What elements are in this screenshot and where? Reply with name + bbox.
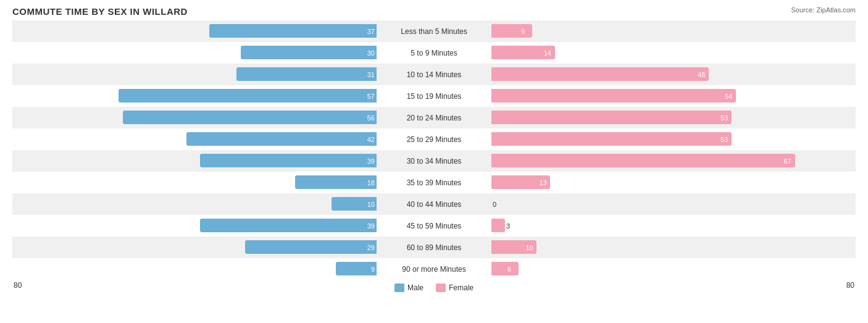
table-row: 575415 to 19 Minutes [12,85,856,107]
table-row: 425325 to 29 Minutes [12,128,856,150]
bar-female [491,111,732,124]
table-row: 379Less than 5 Minutes [12,20,856,42]
row-center-label: 90 or more Minutes [377,265,491,274]
bar-male [200,219,377,232]
bar-male [236,67,377,81]
table-row: 30145 to 9 Minutes [12,42,856,64]
legend-male-box [394,283,404,292]
legend: Male Female [394,283,474,292]
legend-female-box [436,283,446,292]
row-center-label: 20 to 24 Minutes [377,114,491,122]
bar-female-label: 48 [698,71,705,78]
bar-female [491,219,505,232]
bar-male [186,132,377,146]
legend-male-label: Male [407,283,424,292]
source-text: Source: ZipAtlas.com [791,6,856,14]
legend-male: Male [394,283,424,292]
row-center-label: 15 to 19 Minutes [377,92,491,101]
bar-female [491,24,532,38]
legend-female-label: Female [449,283,474,292]
table-row: 291060 to 89 Minutes [12,237,856,258]
axis-left-label: 80 [14,281,22,292]
table-row: 314810 to 14 Minutes [12,64,856,85]
bar-male-label: 18 [367,179,375,187]
bar-male-label: 9 [371,266,375,273]
bar-male [200,154,377,167]
bar-female-label: 0 [493,201,496,208]
row-center-label: 30 to 34 Minutes [377,157,491,166]
bar-male-label: 39 [367,222,375,230]
bar-male-label: 37 [367,28,375,35]
chart-container: COMMUTE TIME BY SEX IN WILLARD Source: Z… [0,0,868,323]
chart-title: COMMUTE TIME BY SEX IN WILLARD [12,6,856,17]
bar-male-label: 56 [367,114,375,122]
bar-female-label: 14 [544,49,551,57]
bar-male-label: 30 [367,49,375,57]
bar-female-label: 10 [525,244,533,251]
bar-female-label: 67 [784,157,791,165]
bar-female [491,154,795,167]
table-row: 396730 to 34 Minutes [12,150,856,172]
row-center-label: 5 to 9 Minutes [377,49,491,57]
axis-right-label: 80 [846,281,854,292]
table-row: 39345 to 59 Minutes [12,215,856,237]
row-center-label: Less than 5 Minutes [377,27,491,36]
bar-female [491,132,732,146]
bar-female-label: 13 [539,179,546,187]
bar-female-label: 3 [506,222,510,230]
bar-male [209,24,377,38]
row-center-label: 40 to 44 Minutes [377,200,491,209]
table-row: 181335 to 39 Minutes [12,172,856,193]
bar-male-label: 29 [367,244,375,251]
bar-male [123,111,377,124]
row-center-label: 25 to 29 Minutes [377,135,491,144]
table-row: 9690 or more Minutes [12,258,856,280]
bar-male [295,175,377,189]
bar-female-label: 6 [507,266,511,273]
row-center-label: 60 to 89 Minutes [377,243,491,252]
bar-male-label: 31 [367,71,375,78]
bar-male-label: 39 [367,157,375,165]
row-center-label: 35 to 39 Minutes [377,178,491,187]
table-row: 10040 to 44 Minutes [12,193,856,215]
bar-male-label: 57 [367,93,375,100]
row-center-label: 10 to 14 Minutes [377,70,491,79]
bar-male-label: 10 [367,201,375,208]
bar-female-label: 53 [720,136,728,143]
bar-female-label: 54 [725,93,732,100]
bar-female [491,89,736,103]
bar-female-label: 53 [720,114,728,122]
bar-male [241,46,377,59]
row-center-label: 45 to 59 Minutes [377,222,491,230]
bar-female [491,262,519,275]
bar-female-label: 9 [521,28,525,35]
chart-rows-area: 379Less than 5 Minutes30145 to 9 Minutes… [12,20,856,280]
bar-male [119,89,377,103]
legend-female: Female [436,283,474,292]
bar-male-label: 42 [367,136,375,143]
table-row: 565320 to 24 Minutes [12,107,856,128]
bar-male [245,240,377,254]
bar-female [491,67,709,81]
